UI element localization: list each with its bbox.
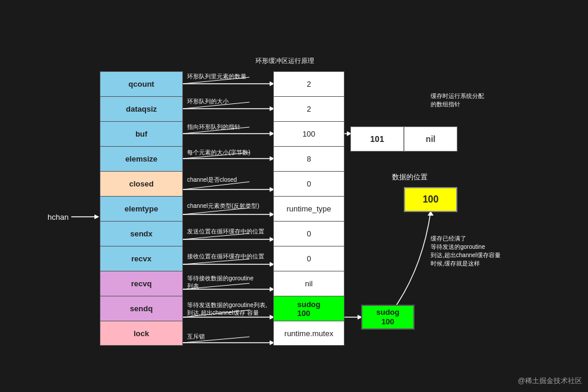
ring-dataqsiz: 2 bbox=[273, 96, 344, 121]
field-lock: lock bbox=[100, 321, 183, 346]
field-qcount: qcount bbox=[100, 71, 183, 96]
ann-closed: channel是否closed bbox=[187, 176, 237, 184]
ring-lock: runtime.mutex bbox=[273, 321, 344, 346]
ring-box: 2 2 100 8 0 runtime_type 0 0 nil sudog10… bbox=[273, 71, 344, 346]
field-elemtype: elemtype bbox=[100, 196, 183, 221]
ann-sendq: 等待发送数据的goroutine列表,到达,超出channel缓存 容量 bbox=[187, 301, 267, 317]
ring-struct-title: 环形缓冲区运行原理 bbox=[255, 56, 314, 65]
ann-buf: 指向环形队列的指针 bbox=[187, 123, 241, 131]
struct-box: qcount dataqsiz buf elemsize closed elem… bbox=[100, 71, 183, 346]
ring-sendq: sudog100 bbox=[273, 296, 344, 321]
ann-elemtype: channel元素类型(反射类型) bbox=[187, 202, 260, 210]
ann-recvx: 接收位置在循环缓存中的位置 bbox=[187, 252, 264, 261]
ann-lock: 互斥锁 bbox=[187, 333, 205, 341]
field-dataqsiz: dataqsiz bbox=[100, 96, 183, 121]
buf-cell-101: 101 bbox=[350, 127, 404, 151]
sudog-right-box: sudog100 bbox=[361, 305, 415, 330]
ann-sendx: 发送位置在循环缓存中的位置 bbox=[187, 227, 264, 236]
hchan-label: hchan bbox=[48, 213, 68, 222]
buf-cell-nil: nil bbox=[404, 127, 457, 151]
yellow-100-box: 100 bbox=[404, 187, 457, 212]
side-annotation: 缓存已经满了等待发送的goroutine到达,超出channel缓存容量时候,缓… bbox=[431, 235, 501, 268]
field-buf: buf bbox=[100, 121, 183, 146]
buf-array: 101 nil bbox=[350, 127, 457, 151]
watermark: @稀土掘金技术社区 bbox=[518, 376, 582, 386]
field-recvx: recvx bbox=[100, 246, 183, 271]
field-closed: closed bbox=[100, 171, 183, 196]
diagram-container: hchan 环形缓冲区运行原理 qcount dataqsiz buf elem… bbox=[0, 0, 588, 392]
buf-annotation: 缓存时运行系统分配的数组指针 bbox=[431, 92, 484, 109]
ring-qcount: 2 bbox=[273, 71, 344, 96]
field-sendq: sendq bbox=[100, 296, 183, 321]
ann-qcount: 环形队列里元素的数量 bbox=[187, 72, 246, 81]
ring-recvq: nil bbox=[273, 271, 344, 296]
ring-recvx: 0 bbox=[273, 246, 344, 271]
ring-elemtype: runtime_type bbox=[273, 196, 344, 221]
ring-closed: 0 bbox=[273, 171, 344, 196]
ann-elemsize: 每个元素的大小(字节数) bbox=[187, 148, 251, 157]
field-elemsize: elemsize bbox=[100, 146, 183, 171]
ring-elemsize: 8 bbox=[273, 146, 344, 171]
ann-dataqsiz: 环形队列的大小 bbox=[187, 97, 229, 106]
data-position-label: 数据的位置 bbox=[392, 172, 428, 182]
ring-sendx: 0 bbox=[273, 221, 344, 246]
field-sendx: sendx bbox=[100, 221, 183, 246]
ring-buf: 100 bbox=[273, 121, 344, 146]
ann-recvq: 等待接收数据的goroutine列表 bbox=[187, 274, 254, 290]
svg-marker-37 bbox=[94, 214, 99, 219]
field-recvq: recvq bbox=[100, 271, 183, 296]
